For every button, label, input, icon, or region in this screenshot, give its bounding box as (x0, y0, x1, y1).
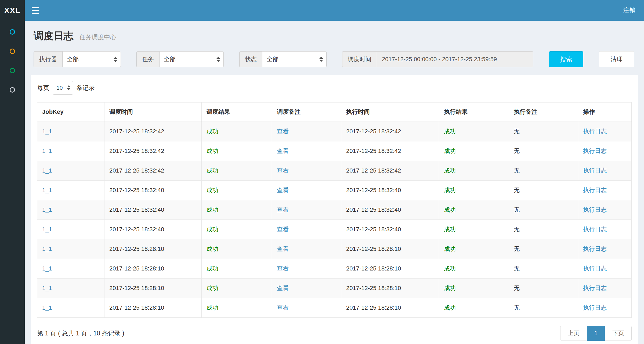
executor-select[interactable]: 全部 (62, 51, 121, 67)
sidebar-item-executor-manage[interactable] (0, 80, 25, 100)
pagination-next-button[interactable]: 下页 (605, 326, 632, 341)
trigger-time-range-input[interactable] (377, 51, 533, 67)
sidebar-toggle-button[interactable] (25, 0, 46, 21)
execution-log-link[interactable]: 执行日志 (583, 246, 607, 252)
trigger-msg-view-link[interactable]: 查看 (277, 187, 289, 193)
sidebar-item-job-log[interactable] (0, 61, 25, 80)
page-size-select[interactable]: 10 (53, 81, 73, 95)
execution-log-link[interactable]: 执行日志 (583, 167, 607, 174)
handle-msg-cell-container: 无 (509, 239, 578, 259)
jobkey-link[interactable]: 1_1 (42, 246, 52, 252)
trigger-result-cell: 成功 (207, 187, 218, 193)
trigger-result-cell-container: 成功 (202, 279, 272, 298)
execution-log-link-container: 执行日志 (578, 200, 632, 220)
jobkey-link[interactable]: 1_1 (42, 285, 52, 291)
app-logo-text: XXL (4, 6, 20, 15)
jobkey-link[interactable]: 1_1 (42, 226, 52, 233)
table-row: 1_12017-12-25 18:32:40成功查看2017-12-25 18:… (37, 220, 632, 239)
trigger-time-cell-container: 2017-12-25 18:28:10 (104, 239, 202, 259)
handle-time-cell-container: 2017-12-25 18:28:10 (341, 239, 439, 259)
jobkey-link-container: 1_1 (37, 279, 104, 298)
trigger-msg-view-link[interactable]: 查看 (277, 226, 289, 233)
jobkey-link[interactable]: 1_1 (42, 128, 52, 135)
log-table-body: 1_12017-12-25 18:32:42成功查看2017-12-25 18:… (37, 122, 632, 318)
handle-result-cell-container: 成功 (439, 161, 509, 181)
page-size-control: 每页 10 条记录 (37, 81, 632, 95)
jobkey-link[interactable]: 1_1 (42, 265, 52, 272)
pagination-page-1-button[interactable]: 1 (587, 326, 605, 341)
status-filter-group: 状态 全部 (239, 51, 327, 67)
pagination-prev-button[interactable]: 上页 (560, 326, 587, 341)
trigger-msg-view-link[interactable]: 查看 (277, 128, 289, 135)
execution-log-link[interactable]: 执行日志 (583, 187, 607, 193)
logout-link[interactable]: 注销 (614, 0, 644, 21)
column-header-handle-time: 执行时间 (341, 103, 439, 122)
trigger-msg-view-link[interactable]: 查看 (277, 285, 289, 291)
handle-time-cell-container: 2017-12-25 18:28:10 (341, 259, 439, 279)
circle-icon (10, 49, 15, 54)
jobkey-link[interactable]: 1_1 (42, 148, 52, 154)
trigger-msg-view-link-container: 查看 (272, 181, 341, 200)
job-filter-label: 任务 (136, 51, 159, 67)
filter-bar: 执行器 全部 任务 全部 状态 全部 调度时间 搜索 清理 (34, 51, 635, 67)
page-size-prefix: 每页 (37, 84, 49, 92)
column-header-jobkey: JobKey (37, 103, 104, 122)
trigger-msg-view-link[interactable]: 查看 (277, 304, 289, 311)
handle-result-cell: 成功 (444, 265, 456, 272)
trigger-msg-view-link-container: 查看 (272, 239, 341, 259)
jobkey-link[interactable]: 1_1 (42, 304, 52, 311)
handle-msg-cell-container: 无 (509, 161, 578, 181)
trigger-msg-view-link-container: 查看 (272, 279, 341, 298)
menu-icon (32, 10, 39, 11)
trigger-result-cell-container: 成功 (202, 141, 272, 161)
jobkey-link-container: 1_1 (37, 259, 104, 279)
handle-msg-cell: 无 (514, 265, 520, 272)
execution-log-link-container: 执行日志 (578, 259, 632, 279)
jobkey-link[interactable]: 1_1 (42, 167, 52, 174)
handle-time-cell-container: 2017-12-25 18:32:40 (341, 200, 439, 220)
main-content: 调度日志 任务调度中心 执行器 全部 任务 全部 状态 全部 (25, 21, 644, 344)
log-panel: 每页 10 条记录 JobKey 调度时间 调度结果 调度备注 执行时间 执行结… (31, 75, 638, 344)
trigger-time-cell-container: 2017-12-25 18:32:42 (104, 141, 202, 161)
trigger-time-cell: 2017-12-25 18:32:42 (109, 128, 164, 135)
app-logo[interactable]: XXL (0, 0, 25, 21)
trigger-result-cell: 成功 (207, 226, 218, 233)
execution-log-link[interactable]: 执行日志 (583, 206, 607, 213)
page-size-value: 10 (56, 85, 63, 91)
execution-log-link[interactable]: 执行日志 (583, 128, 607, 135)
search-button[interactable]: 搜索 (549, 51, 583, 67)
jobkey-link[interactable]: 1_1 (42, 187, 52, 193)
trigger-time-cell: 2017-12-25 18:28:10 (109, 285, 164, 291)
sidebar-item-dashboard[interactable] (0, 22, 25, 42)
executor-select-value: 全部 (67, 55, 79, 63)
handle-time-cell: 2017-12-25 18:28:10 (346, 265, 401, 272)
trigger-time-cell: 2017-12-25 18:28:10 (109, 246, 164, 252)
execution-log-link[interactable]: 执行日志 (583, 285, 607, 291)
table-row: 1_12017-12-25 18:32:40成功查看2017-12-25 18:… (37, 181, 632, 200)
handle-result-cell-container: 成功 (439, 200, 509, 220)
top-navbar: XXL 注销 (0, 0, 644, 21)
sidebar-item-job-manage[interactable] (0, 42, 25, 61)
handle-result-cell-container: 成功 (439, 181, 509, 200)
job-select[interactable]: 全部 (159, 51, 224, 67)
execution-log-link[interactable]: 执行日志 (583, 148, 607, 154)
execution-log-link-container: 执行日志 (578, 181, 632, 200)
execution-log-link[interactable]: 执行日志 (583, 265, 607, 272)
executor-filter-group: 执行器 全部 (34, 51, 121, 67)
trigger-msg-view-link[interactable]: 查看 (277, 167, 289, 174)
jobkey-link[interactable]: 1_1 (42, 206, 52, 213)
trigger-msg-view-link[interactable]: 查看 (277, 265, 289, 272)
logout-label: 注销 (623, 6, 635, 14)
trigger-result-cell-container: 成功 (202, 220, 272, 239)
execution-log-link[interactable]: 执行日志 (583, 304, 607, 311)
trigger-msg-view-link[interactable]: 查看 (277, 246, 289, 252)
clear-button[interactable]: 清理 (599, 51, 634, 67)
trigger-time-cell-container: 2017-12-25 18:32:42 (104, 161, 202, 181)
status-select[interactable]: 全部 (262, 51, 327, 67)
table-header-row: JobKey 调度时间 调度结果 调度备注 执行时间 执行结果 执行备注 操作 (37, 103, 632, 122)
handle-msg-cell-container: 无 (509, 122, 578, 141)
trigger-msg-view-link[interactable]: 查看 (277, 206, 289, 213)
trigger-msg-view-link[interactable]: 查看 (277, 148, 289, 154)
handle-msg-cell-container: 无 (509, 259, 578, 279)
execution-log-link[interactable]: 执行日志 (583, 226, 607, 233)
